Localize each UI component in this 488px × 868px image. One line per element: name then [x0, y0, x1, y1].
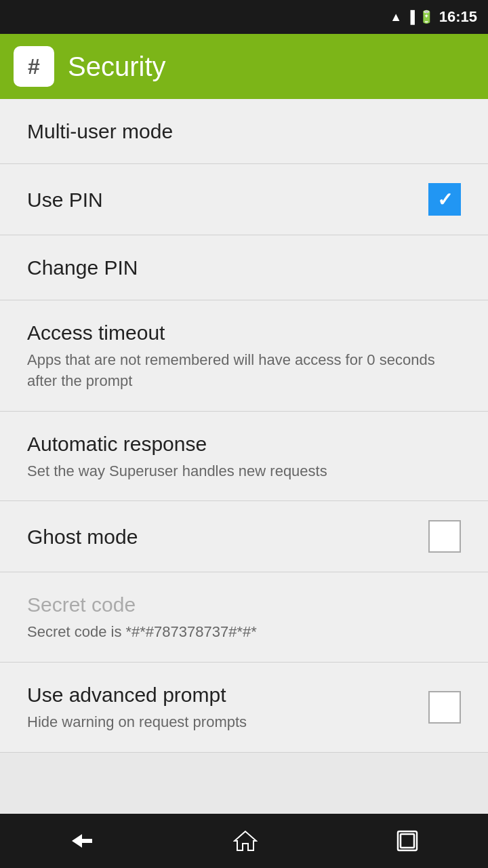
checkbox-use-pin[interactable] — [428, 183, 461, 216]
settings-item-ghost-mode[interactable]: Ghost mode — [0, 501, 488, 572]
wifi-icon: ▲ — [390, 10, 402, 24]
status-time: 16:15 — [439, 8, 477, 26]
bottom-nav — [0, 814, 488, 868]
settings-item-access-timeout[interactable]: Access timeoutApps that are not remember… — [0, 300, 488, 412]
settings-item-title-access-timeout: Access timeout — [27, 321, 165, 344]
svg-marker-0 — [235, 831, 256, 850]
settings-item-title-multi-user-mode: Multi-user mode — [27, 120, 173, 142]
home-button[interactable] — [213, 822, 278, 860]
settings-item-text-use-pin: Use PIN — [27, 186, 428, 213]
app-bar: # Security — [0, 34, 488, 99]
recents-button[interactable] — [375, 822, 440, 860]
settings-item-change-pin[interactable]: Change PIN — [0, 235, 488, 300]
settings-item-title-secret-code: Secret code — [27, 593, 136, 616]
settings-item-multi-user-mode[interactable]: Multi-user mode — [0, 99, 488, 164]
settings-item-subtitle-automatic-response: Set the way Superuser handles new reques… — [27, 461, 461, 482]
settings-item-text-use-advanced-prompt: Use advanced promptHide warning on reque… — [27, 682, 428, 733]
settings-item-subtitle-use-advanced-prompt: Hide warning on request prompts — [27, 712, 428, 733]
settings-item-subtitle-access-timeout: Apps that are not remembered will have a… — [27, 350, 461, 392]
settings-item-automatic-response[interactable]: Automatic responseSet the way Superuser … — [0, 412, 488, 502]
settings-item-use-advanced-prompt[interactable]: Use advanced promptHide warning on reque… — [0, 663, 488, 753]
settings-item-text-automatic-response: Automatic responseSet the way Superuser … — [27, 431, 461, 482]
signal-icon: ▐ — [406, 10, 415, 24]
settings-item-text-multi-user-mode: Multi-user mode — [27, 118, 461, 144]
settings-item-title-use-pin: Use PIN — [27, 189, 103, 211]
settings-item-title-use-advanced-prompt: Use advanced prompt — [27, 684, 226, 706]
settings-item-text-access-timeout: Access timeoutApps that are not remember… — [27, 319, 461, 392]
status-icons: ▲ ▐ 🔋 — [390, 9, 434, 24]
page-title: Security — [68, 52, 166, 82]
checkbox-use-advanced-prompt[interactable] — [428, 691, 461, 724]
settings-item-text-ghost-mode: Ghost mode — [27, 524, 428, 550]
settings-item-subtitle-secret-code: Secret code is *#*#787378737#*#* — [27, 622, 461, 643]
svg-rect-2 — [401, 834, 414, 848]
settings-item-text-secret-code: Secret codeSecret code is *#*#787378737#… — [27, 591, 461, 643]
settings-item-title-automatic-response: Automatic response — [27, 433, 207, 455]
settings-item-title-ghost-mode: Ghost mode — [27, 526, 138, 548]
settings-list: Multi-user modeUse PINChange PINAccess t… — [0, 99, 488, 814]
checkbox-ghost-mode[interactable] — [428, 520, 461, 553]
settings-item-text-change-pin: Change PIN — [27, 254, 461, 281]
settings-item-secret-code[interactable]: Secret codeSecret code is *#*#787378737#… — [0, 572, 488, 663]
battery-icon: 🔋 — [419, 9, 434, 24]
back-button[interactable] — [48, 824, 116, 858]
settings-item-title-change-pin: Change PIN — [27, 256, 138, 279]
status-bar: ▲ ▐ 🔋 16:15 — [0, 0, 488, 34]
app-icon: # — [14, 46, 54, 87]
settings-item-use-pin[interactable]: Use PIN — [0, 164, 488, 235]
